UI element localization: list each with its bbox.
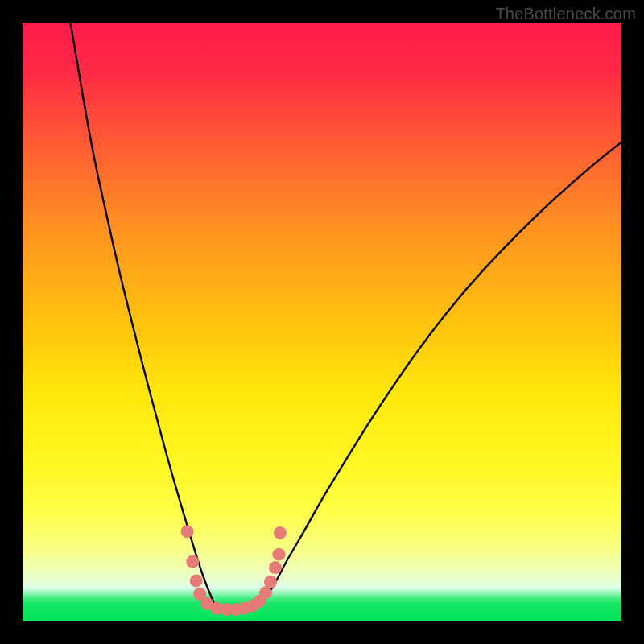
marker-point — [190, 574, 203, 587]
gradient-bg — [23, 23, 621, 621]
marker-point — [269, 561, 282, 574]
plot-area — [23, 23, 621, 621]
marker-point — [264, 576, 277, 588]
marker-point — [181, 525, 194, 538]
marker-point — [186, 555, 199, 568]
chart-svg — [23, 23, 621, 621]
watermark-text: TheBottleneck.com — [495, 5, 636, 23]
marker-point — [274, 526, 287, 539]
marker-point — [272, 548, 285, 561]
chart-frame: TheBottleneck.com — [0, 0, 644, 644]
